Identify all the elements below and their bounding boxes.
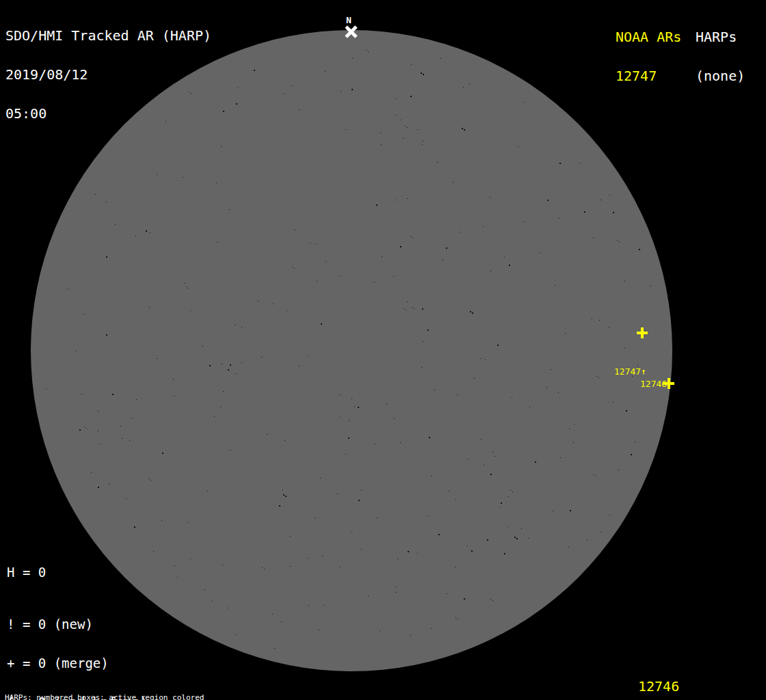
time-label: 05:00 bbox=[5, 107, 211, 120]
disk-speckle bbox=[635, 442, 635, 442]
disk-speckle bbox=[368, 51, 369, 52]
disk-speckle bbox=[264, 569, 265, 569]
disk-speckle bbox=[484, 465, 484, 466]
disk-speckle bbox=[408, 551, 409, 552]
disk-speckle bbox=[223, 111, 224, 112]
disk-speckle bbox=[490, 197, 490, 198]
disk-speckle bbox=[467, 546, 468, 546]
disk-speckle bbox=[468, 459, 468, 459]
disk-speckle bbox=[457, 394, 458, 395]
disk-speckle bbox=[395, 587, 396, 587]
disk-speckle bbox=[428, 515, 429, 516]
disk-speckle bbox=[624, 347, 625, 348]
disk-speckle bbox=[431, 628, 432, 629]
disk-speckle bbox=[431, 476, 432, 476]
disk-speckle bbox=[410, 96, 412, 97]
disk-speckle bbox=[492, 452, 493, 453]
disk-speckle bbox=[380, 630, 380, 631]
disk-speckle bbox=[84, 314, 85, 314]
disk-speckle bbox=[183, 177, 183, 178]
disk-speckle bbox=[287, 310, 287, 311]
disk-speckle bbox=[366, 50, 367, 51]
disk-speckle bbox=[528, 538, 529, 539]
disk-speckle bbox=[361, 490, 362, 491]
disk-speckle bbox=[427, 329, 429, 331]
disk-speckle bbox=[185, 283, 185, 284]
disk-speckle bbox=[236, 103, 237, 105]
disk-speckle bbox=[393, 276, 394, 277]
disk-speckle bbox=[407, 127, 408, 128]
disk-speckle bbox=[596, 376, 597, 377]
disk-speckle bbox=[222, 565, 223, 565]
disk-speckle bbox=[472, 312, 473, 314]
disk-speckle bbox=[258, 301, 259, 301]
disk-speckle bbox=[558, 392, 559, 393]
disk-speckle bbox=[174, 396, 174, 396]
disk-speckle bbox=[518, 146, 518, 147]
disk-speckle bbox=[69, 289, 70, 290]
disk-speckle bbox=[299, 366, 300, 366]
harps-column: HARPs (none) bbox=[696, 5, 745, 109]
disk-speckle bbox=[429, 437, 430, 438]
bottom-right-ar-number: 12746 bbox=[638, 679, 679, 693]
disk-speckle bbox=[98, 411, 98, 412]
disk-speckle bbox=[106, 334, 107, 336]
disk-speckle bbox=[230, 450, 230, 450]
disk-speckle bbox=[598, 377, 599, 378]
disk-speckle bbox=[449, 491, 449, 492]
disk-speckle bbox=[290, 536, 291, 537]
noaa-ar-cross bbox=[641, 327, 644, 338]
disk-speckle bbox=[464, 129, 465, 131]
disk-speckle bbox=[593, 237, 594, 238]
footnote-harps: HARPs: numbered boxes; active region col… bbox=[5, 694, 267, 700]
disk-speckle bbox=[339, 567, 340, 567]
disk-speckle bbox=[207, 491, 208, 492]
disk-speckle bbox=[650, 286, 651, 286]
disk-speckle bbox=[308, 558, 308, 558]
disk-speckle bbox=[407, 301, 408, 302]
disk-speckle bbox=[609, 195, 610, 196]
disk-speckle bbox=[235, 325, 235, 325]
disk-speckle bbox=[122, 438, 122, 439]
disk-speckle bbox=[396, 98, 397, 99]
disk-speckle bbox=[580, 163, 581, 163]
disk-speckle bbox=[535, 461, 536, 463]
disk-speckle bbox=[568, 547, 569, 548]
disk-speckle bbox=[349, 420, 349, 421]
disk-speckle bbox=[290, 566, 291, 567]
disk-speckle bbox=[320, 478, 321, 479]
disk-speckle bbox=[547, 200, 549, 201]
disk-speckle bbox=[352, 58, 353, 59]
disk-speckle bbox=[559, 163, 561, 164]
disk-speckle bbox=[345, 129, 346, 130]
disk-speckle bbox=[279, 505, 280, 507]
disk-speckle bbox=[524, 221, 525, 222]
north-label: N bbox=[346, 15, 352, 25]
disk-speckle bbox=[98, 487, 99, 488]
disk-speckle bbox=[377, 517, 378, 518]
disk-speckle bbox=[637, 365, 638, 366]
disk-speckle bbox=[109, 483, 109, 484]
disk-speckle bbox=[352, 399, 352, 399]
disk-speckle bbox=[135, 236, 136, 237]
disk-speckle bbox=[509, 265, 510, 266]
disk-speckle bbox=[600, 200, 601, 200]
disk-speckle bbox=[471, 550, 473, 552]
disk-speckle bbox=[339, 394, 340, 395]
disk-speckle bbox=[587, 539, 587, 540]
disk-speckle bbox=[551, 369, 551, 370]
disk-speckle bbox=[410, 236, 411, 237]
disk-speckle bbox=[229, 209, 230, 210]
disk-speckle bbox=[438, 534, 440, 535]
disk-speckle bbox=[512, 397, 512, 398]
disk-speckle bbox=[380, 133, 381, 133]
disk-speckle bbox=[157, 174, 157, 175]
disk-speckle bbox=[188, 522, 189, 523]
harps-header: HARPs bbox=[696, 31, 745, 44]
disk-speckle bbox=[417, 553, 418, 554]
disk-speckle bbox=[241, 327, 242, 327]
disk-speckle bbox=[404, 308, 404, 309]
disk-speckle bbox=[188, 288, 189, 288]
disk-speckle bbox=[149, 307, 150, 308]
disk-speckle bbox=[516, 538, 518, 539]
